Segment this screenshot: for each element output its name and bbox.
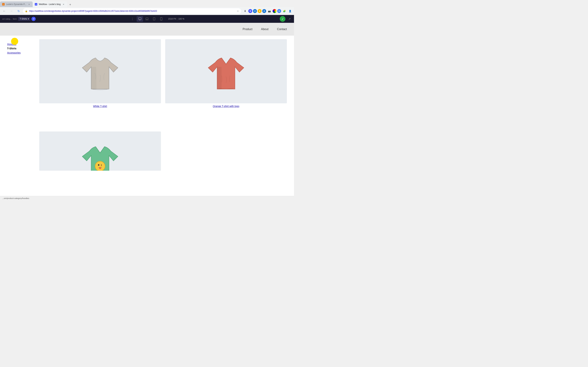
ext-star[interactable]: ★ bbox=[258, 9, 261, 13]
nav-about[interactable]: About bbox=[261, 28, 268, 31]
size-sep: | bbox=[177, 18, 178, 20]
sidebar-hoodies[interactable]: Hoodies bbox=[7, 43, 32, 46]
ext-25[interactable]: 25 bbox=[253, 9, 257, 13]
share-button[interactable]: ↗ bbox=[287, 17, 292, 21]
size-pct: 100 % bbox=[178, 18, 184, 20]
size-px: 1516 PX bbox=[168, 18, 176, 20]
cursor-highlight bbox=[11, 38, 18, 45]
svg-point-5 bbox=[161, 20, 161, 20]
url-bar[interactable]: 🔒 https://webflow.com/design/leslies-dyn… bbox=[23, 8, 241, 14]
nav-contact[interactable]: Contact bbox=[277, 28, 287, 31]
page-content: Product About Contact Hoodies T-Shirts A… bbox=[0, 23, 294, 196]
product-card-white: White T-shirt bbox=[39, 39, 161, 127]
sidebar: Hoodies T-Shirts Accessories bbox=[7, 39, 32, 189]
reload-button[interactable]: ↻ bbox=[16, 8, 21, 14]
puzzle-icon[interactable]: 🧩 bbox=[282, 8, 287, 14]
mobile-breakpoint-button[interactable] bbox=[158, 16, 164, 22]
item-dropdown[interactable]: T-Shirts ▾ bbox=[18, 17, 30, 21]
person-icon[interactable]: 👤 bbox=[288, 8, 293, 14]
toolbar-right: ✓ ↗ bbox=[280, 16, 292, 22]
item-label: Item: bbox=[13, 18, 17, 20]
url-text: https://webflow.com/design/leslies-dynam… bbox=[29, 10, 235, 12]
dropdown-chevron: ▾ bbox=[28, 18, 29, 20]
tab-close-leslies[interactable]: ✕ bbox=[28, 3, 31, 6]
download-icon[interactable]: ⬇ bbox=[243, 8, 248, 14]
tab-label-webflow: Webflow - Leslie's blog bbox=[39, 3, 61, 6]
svg-rect-0 bbox=[138, 18, 141, 20]
ext-g[interactable]: G bbox=[277, 9, 281, 13]
bookmark-icon[interactable]: ☆ bbox=[237, 10, 239, 12]
svg-point-7 bbox=[98, 164, 99, 166]
desktop-breakpoint-button[interactable] bbox=[137, 16, 143, 22]
browser-window: L Leslie's Dynamite P... ✕ W Webflow - L… bbox=[0, 0, 294, 200]
nav-product[interactable]: Product bbox=[243, 28, 252, 31]
ext-a[interactable]: A bbox=[262, 9, 266, 13]
item-value: T-Shirts bbox=[20, 18, 27, 20]
green-tshirt-svg bbox=[82, 147, 118, 171]
publish-button[interactable]: ✓ bbox=[280, 16, 285, 22]
sidebar-tshirts[interactable]: T-Shirts bbox=[7, 47, 32, 50]
product-image-orange bbox=[165, 39, 287, 103]
status-url: ...om/product-category/hoodies bbox=[2, 197, 29, 199]
product-image-white bbox=[39, 39, 161, 103]
camera-icon[interactable]: 📷 bbox=[267, 8, 272, 14]
tab-favicon-leslies: L bbox=[2, 3, 5, 6]
breakpoint-buttons bbox=[137, 16, 164, 22]
new-tab-button[interactable]: + bbox=[68, 2, 73, 7]
svg-point-8 bbox=[99, 167, 101, 169]
tab-label-leslies: Leslie's Dynamite P... bbox=[6, 3, 26, 6]
tablet-breakpoint-button[interactable] bbox=[151, 16, 157, 22]
item-selector: uct categ... Item: T-Shirts ▾ ↺ bbox=[2, 17, 36, 21]
tab-close-webflow[interactable]: ✕ bbox=[62, 3, 65, 6]
tab-favicon-webflow: W bbox=[35, 3, 37, 6]
forward-button[interactable]: → bbox=[9, 8, 14, 14]
browser-extensions: ⬇ W 25 ★ A 📷 G 🧩 👤 bbox=[243, 8, 293, 14]
tab-leslies[interactable]: L Leslie's Dynamite P... ✕ bbox=[0, 1, 33, 7]
webflow-toolbar: uct categ... Item: T-Shirts ▾ ↺ ⋮ bbox=[0, 15, 294, 23]
tab-bar: L Leslie's Dynamite P... ✕ W Webflow - L… bbox=[0, 0, 294, 7]
ext-color[interactable] bbox=[273, 9, 277, 13]
back-button[interactable]: ← bbox=[1, 8, 7, 14]
sidebar-accessories[interactable]: Accessories bbox=[7, 51, 32, 54]
product-link-white[interactable]: White T-shirt bbox=[39, 103, 161, 109]
laptop-breakpoint-button[interactable] bbox=[144, 16, 150, 22]
svg-point-3 bbox=[154, 20, 154, 20]
breadcrumb-label: uct categ... bbox=[2, 18, 12, 20]
product-card-orange: Orange T-shirt with logo bbox=[165, 39, 287, 127]
product-card-green bbox=[39, 132, 161, 189]
tab-webflow[interactable]: W Webflow - Leslie's blog ✕ bbox=[33, 1, 67, 7]
site-nav: Product About Contact bbox=[0, 23, 294, 36]
white-tshirt-svg bbox=[82, 58, 118, 90]
address-bar: ← → ↻ 🔒 https://webflow.com/design/lesli… bbox=[0, 7, 294, 15]
product-grid: White T-shirt bbox=[39, 39, 287, 189]
svg-point-6 bbox=[95, 161, 105, 171]
product-link-orange[interactable]: Orange T-shirt with logo bbox=[165, 103, 287, 109]
more-options-button[interactable]: ⋮ bbox=[131, 17, 134, 21]
size-display: 1516 PX | 100 % bbox=[168, 18, 184, 20]
svg-rect-1 bbox=[146, 18, 148, 19]
lock-icon: 🔒 bbox=[25, 10, 28, 12]
refresh-icon[interactable]: ↺ bbox=[31, 17, 36, 21]
status-bar: ...om/product-category/hoodies bbox=[0, 196, 294, 200]
ext-webflow[interactable]: W bbox=[248, 9, 252, 13]
main-content: Hoodies T-Shirts Accessories bbox=[0, 36, 294, 196]
orange-tshirt-svg bbox=[208, 58, 244, 89]
product-image-green bbox=[39, 132, 161, 171]
